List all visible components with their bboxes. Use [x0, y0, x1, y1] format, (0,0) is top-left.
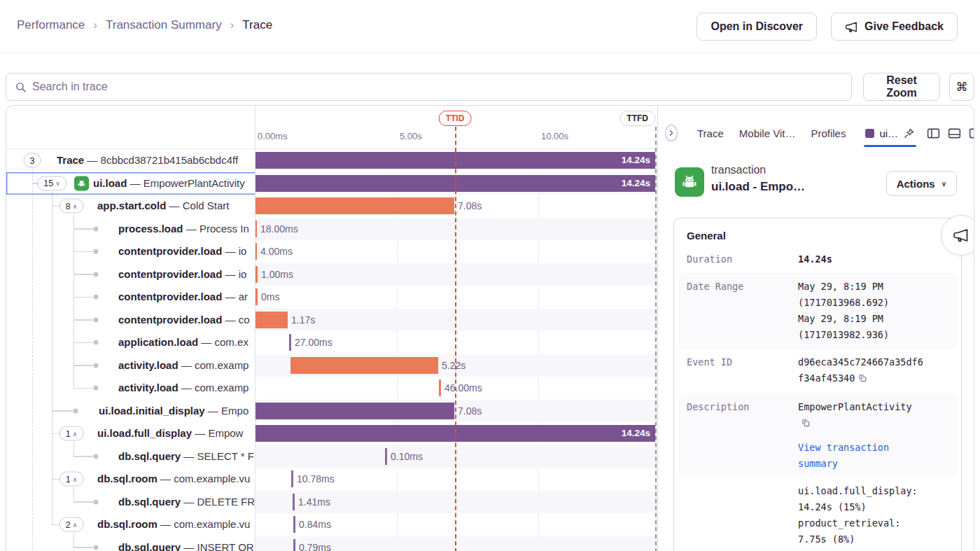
span-bar[interactable]: [290, 357, 438, 374]
copy-icon[interactable]: [801, 417, 811, 433]
span-description: com.examp: [195, 359, 249, 371]
give-feedback-button[interactable]: Give Feedback: [831, 13, 958, 41]
span-op: ui.load.full_display: [97, 427, 192, 439]
actions-button[interactable]: Actions ∨: [886, 171, 957, 196]
span-children-count-pill[interactable]: 8∧: [59, 199, 84, 214]
trace-row[interactable]: 8∧app.start.cold — Cold Start7.08s: [6, 195, 657, 218]
span-bar[interactable]: [289, 334, 291, 351]
span-description: com.examp: [195, 382, 249, 393]
field-value-text: (1717013982.936): [798, 327, 923, 343]
copy-icon[interactable]: [858, 372, 867, 388]
megaphone-icon: [953, 227, 969, 244]
span-bar[interactable]: [385, 448, 387, 465]
field-value: 14.24s: [798, 251, 923, 267]
dock-right-icon[interactable]: [968, 126, 974, 141]
span-children-count-pill[interactable]: 15∨: [37, 176, 66, 190]
span-bar[interactable]: [255, 288, 258, 305]
span-children-count-pill[interactable]: 2∧: [59, 517, 84, 532]
tab-mobile-vit-[interactable]: Mobile Vit…: [739, 127, 796, 139]
trace-row[interactable]: 2∧db.sql.room — com.example.vu0.84ms: [6, 513, 657, 536]
trace-waterfall: 3Trace — 8cbbcd38721b415ab6cbdc4ff14.24s…: [6, 106, 657, 551]
trace-row[interactable]: contentprovider.load — co1.17s: [6, 309, 657, 332]
view-transaction-summary-link[interactable]: View transaction summary: [798, 440, 923, 472]
value-text: View transaction summary: [798, 442, 889, 469]
search-box[interactable]: [6, 73, 852, 101]
pill-count: 1: [66, 474, 71, 484]
span-children-count-pill[interactable]: 3: [24, 153, 41, 168]
trace-row[interactable]: db.sql.query — DELETE FR1.41ms: [6, 491, 657, 514]
trace-row[interactable]: contentprovider.load — io4.00ms: [6, 240, 657, 263]
trace-row[interactable]: application.load — com.ex27.00ms: [6, 331, 657, 354]
span-bar[interactable]: [291, 470, 293, 487]
field-value-text: d96eca345c724667a35df6f34af45340: [798, 354, 923, 388]
trace-row[interactable]: 3Trace — 8cbbcd38721b415ab6cbdc4ff14.24s: [6, 149, 657, 172]
trace-row[interactable]: activity.load — com.examp5.22s: [6, 354, 657, 377]
span-leaf-dot: [94, 363, 99, 368]
span-duration-label: 14.24s: [622, 425, 650, 442]
tab-trace[interactable]: Trace: [697, 127, 724, 139]
pill-count: 8: [66, 201, 71, 211]
trace-row[interactable]: 15∨ui.load — EmpowerPlantActivity14.24s: [6, 172, 657, 195]
span-title: activity.load — com.examp: [118, 354, 248, 377]
pill-count: 1: [66, 428, 71, 438]
span-duration-label: 18.00ms: [260, 218, 298, 241]
dock-bottom-icon[interactable]: [947, 126, 962, 141]
details-drawer: TraceMobile Vit…Profiles ui…: [657, 106, 974, 551]
span-tree-cell: 2∧db.sql.room — com.example.vu: [6, 513, 255, 536]
trace-row[interactable]: contentprovider.load — ar0ms: [6, 286, 657, 309]
transaction-meta: transaction ui.load - Empo…: [711, 164, 805, 194]
pane-divider[interactable]: [255, 106, 255, 551]
span-duration-label: 1.17s: [291, 309, 315, 332]
span-separator: —: [166, 200, 182, 211]
span-children-count-pill[interactable]: 1∧: [59, 426, 84, 441]
span-tree-cell: 1∧db.sql.room — com.example.vu: [6, 468, 255, 491]
general-heading: General: [678, 223, 957, 246]
field-value-text: EmpowerPlantActivity: [798, 399, 923, 433]
span-bar[interactable]: [255, 266, 258, 283]
breadcrumb-performance[interactable]: Performance: [17, 18, 85, 32]
header-actions: Open in Discover Give Feedback: [696, 13, 958, 41]
trace-row[interactable]: db.sql.query — SELECT * F0.10ms: [6, 445, 657, 468]
trace-row[interactable]: 1∧ui.load.full_display — Empow14.24s: [6, 422, 657, 445]
span-bar[interactable]: [293, 539, 295, 551]
trace-row[interactable]: process.load — Process In18.00ms: [6, 218, 657, 241]
reset-zoom-button[interactable]: Reset Zoom: [863, 73, 940, 101]
breadcrumb-transaction-summary[interactable]: Transaction Summary: [106, 18, 222, 32]
open-in-discover-button[interactable]: Open in Discover: [696, 13, 817, 41]
span-bar[interactable]: [293, 516, 295, 533]
span-op: contentprovider.load: [118, 291, 222, 302]
field-key-label: Event ID: [687, 354, 732, 370]
trace-row[interactable]: contentprovider.load — io1.00ms: [6, 263, 657, 286]
span-tree-cell: contentprovider.load — ar: [6, 286, 255, 309]
span-op: db.sql.room: [97, 473, 158, 484]
dock-left-icon[interactable]: [926, 126, 941, 141]
trace-row[interactable]: ui.load.initial_display — Empo7.08s: [6, 400, 657, 423]
span-leaf-dot: [94, 317, 99, 322]
span-op: contentprovider.load: [118, 268, 222, 280]
field-key-label: Description: [687, 399, 749, 415]
span-bar[interactable]: [255, 197, 454, 214]
span-op: process.load: [118, 223, 183, 235]
shortcut-button[interactable]: ⌘: [949, 73, 974, 101]
android-icon: [74, 176, 89, 190]
span-bar[interactable]: [255, 403, 454, 419]
page: Performance › Transaction Summary › Trac…: [0, 0, 980, 551]
span-bar[interactable]: [439, 379, 441, 396]
span-tree-cell: activity.load — com.examp: [6, 354, 255, 377]
span-children-count-pill[interactable]: 1∧: [59, 472, 84, 487]
trace-row[interactable]: activity.load — com.examp46.00ms: [6, 377, 657, 400]
axis-tick-label: 5.00s: [400, 131, 422, 141]
tab-ui-load[interactable]: ui…: [865, 121, 915, 145]
trace-row[interactable]: db.sql.query — INSERT OR0.79ms: [6, 536, 657, 551]
search-input[interactable]: [32, 81, 843, 93]
trace-row[interactable]: 1∧db.sql.room — com.example.vu10.78ms: [6, 468, 657, 491]
span-title: contentprovider.load — io: [118, 240, 246, 263]
span-bar[interactable]: [293, 494, 295, 510]
field-value-text: May 29, 8:19 PM: [798, 311, 923, 327]
transaction-type-label: transaction: [711, 164, 805, 176]
span-bar[interactable]: [255, 312, 288, 328]
span-title: ui.load.full_display — Empow: [97, 422, 243, 445]
collapse-drawer-button[interactable]: [665, 125, 678, 141]
tab-profiles[interactable]: Profiles: [811, 127, 846, 139]
pin-icon[interactable]: [903, 127, 915, 139]
